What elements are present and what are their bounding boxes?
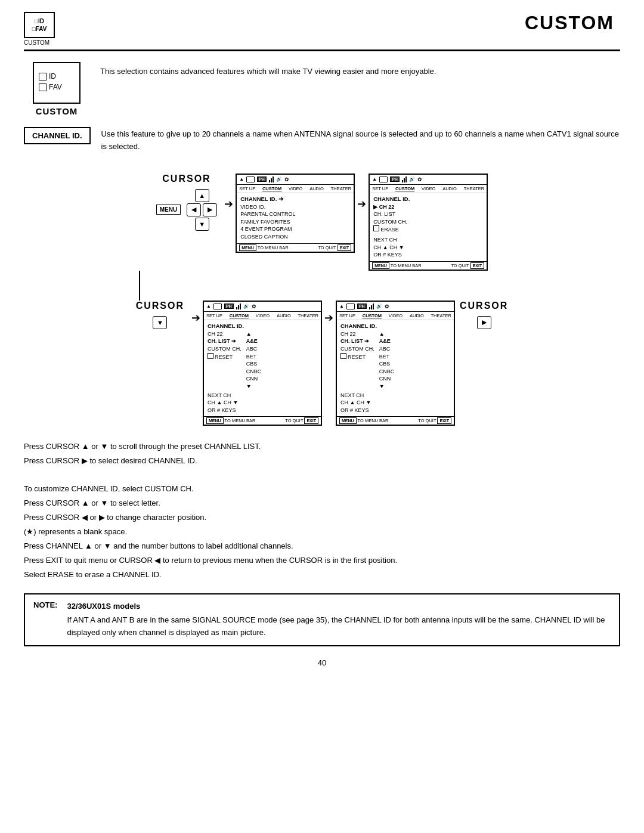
screen-3-list-down: ▼	[246, 383, 262, 391]
cursor-down-1[interactable]: ▼	[195, 218, 209, 231]
footer-menu-3: MENU TO MENU BAR	[206, 418, 256, 423]
instructions: Press CURSOR ▲ or ▼ to scroll through th…	[24, 440, 620, 581]
logo-box: □ID □FAV	[24, 12, 55, 38]
instruction-3: To customize CHANNEL ID, select CUSTOM C…	[24, 482, 620, 496]
cursor-label-1: CURSOR	[162, 174, 210, 184]
speaker-icon-1: 🔊	[276, 176, 282, 182]
screen-3-ch22: CH 22	[208, 330, 242, 338]
screen-4-customch: CUSTOM CH.	[340, 345, 374, 353]
tv-icon-2	[379, 176, 388, 182]
speaker-icon-4: 🔊	[376, 304, 382, 309]
cursor-down-2[interactable]: ▼	[153, 316, 167, 329]
screen-2-nav: CH ▲ CH ▼	[373, 244, 483, 252]
screen-3-nextch: NEXT CH	[208, 392, 317, 400]
star-icon-4: ✿	[385, 304, 389, 309]
screen-4-list-down: ▼	[379, 383, 395, 391]
header: □ID □FAV CUSTOM CUSTOM	[24, 12, 620, 51]
screen-1-title: CHANNEL ID. ➔	[240, 196, 350, 202]
screen-3-customch: CUSTOM CH.	[208, 345, 242, 353]
instruction-8: Press EXIT to quit menu or CURSOR ◀ to r…	[24, 554, 620, 567]
screen-4-keys: OR # KEYS	[340, 407, 450, 414]
screen-1-topbar: ▲ PH 🔊 ✿	[237, 175, 354, 185]
checkbox-id	[39, 73, 47, 80]
screen-4-cnn: CNN	[379, 375, 395, 383]
tab-audio-1: AUDIO	[309, 186, 324, 191]
screen-3-footer: MENU TO MENU BAR TO QUIT EXIT	[204, 416, 321, 425]
tab-theater-3: THEATER	[298, 313, 318, 318]
up-arrow-icon-1: ▲	[239, 176, 244, 182]
footer-quit-4: TO QUIT EXIT	[418, 418, 451, 423]
tab-audio-3: AUDIO	[277, 313, 291, 318]
checkbox-fav	[39, 83, 47, 91]
diagram-row-2: CURSOR ▼ ➔ ▲ PH 🔊 ✿	[24, 301, 620, 426]
tv-icon-1	[246, 176, 255, 182]
bar-chart-icon-3	[236, 304, 241, 309]
note-model: 32/36UX01S models	[67, 600, 611, 613]
star-icon-3: ✿	[252, 304, 256, 309]
channel-id-section: CHANNEL ID. Use this feature to give up …	[24, 127, 620, 153]
cursor-right-3[interactable]: ▶	[477, 316, 491, 329]
logo-line1: □ID	[35, 17, 44, 25]
custom-icon-block: ID FAV CUSTOM	[24, 62, 89, 116]
instruction-2: Press CURSOR ▶ to select desired CHANNEL…	[24, 454, 620, 467]
id-label: ID	[49, 72, 56, 80]
instruction-6: (★) represents a blank space.	[24, 525, 620, 538]
arrow-connector-3: ➔	[191, 311, 200, 324]
prv-icon-4: PH	[357, 304, 367, 309]
screen-4-footer: MENU TO MENU BAR TO QUIT EXIT	[337, 416, 454, 425]
star-icon-2: ✿	[417, 176, 422, 182]
arrow-connector-1: ➔	[224, 197, 233, 210]
screen-1-tabs: SET UP CUSTOM VIDEO AUDIO THEATER	[237, 185, 354, 193]
vert-connector-1	[134, 271, 620, 301]
instruction-7: Press CHANNEL ▲ or ▼ and the number butt…	[24, 540, 620, 553]
cursor-block-3: CURSOR ▶	[460, 301, 508, 329]
prv-icon-2: PH	[390, 176, 400, 182]
cursor-block-1: CURSOR MENU ▲ ◀ ▶ ▼	[156, 174, 217, 231]
tab-theater-2: THEATER	[464, 186, 484, 191]
screen-4: ▲ PH 🔊 ✿ SET UP CUSTOM VIDEO AUDIO THEAT…	[336, 301, 455, 426]
tab-custom-1: CUSTOM	[262, 186, 281, 191]
tab-setup-1: SET UP	[239, 186, 255, 191]
bar-chart-icon-1	[269, 176, 274, 182]
screen-4-ae: A&E	[379, 337, 395, 345]
tab-video-2: VIDEO	[422, 186, 435, 191]
screen-4-chlist: CH. LIST ➔	[340, 337, 374, 345]
cursor-left-1[interactable]: ◀	[187, 203, 201, 216]
screen-4-content: CHANNEL ID. CH 22 CH. LIST ➔ CUSTOM CH. …	[337, 320, 454, 417]
check-row-fav: FAV	[39, 83, 62, 91]
bar-chart-icon-4	[369, 304, 374, 309]
screen-2-chlist: CH. LIST	[373, 210, 483, 218]
screen-4-list-up: ▲	[379, 330, 395, 338]
tab-theater-4: THEATER	[431, 313, 451, 318]
screen-3: ▲ PH 🔊 ✿ SET UP CUSTOM VIDEO AUDIO THEAT…	[203, 301, 322, 426]
instruction-4: Press CURSOR ▲ or ▼ to select letter.	[24, 497, 620, 510]
page: □ID □FAV CUSTOM CUSTOM ID FAV CUSTOM Thi…	[0, 0, 644, 691]
star-icon-1: ✿	[284, 176, 289, 182]
screen-3-abc: ABC	[246, 345, 262, 353]
screen-3-cnn: CNN	[246, 375, 262, 383]
page-number: 40	[24, 658, 620, 667]
screen-2-erase: ERASE	[373, 225, 483, 234]
note-content: 32/36UX01S models If ANT A and ANT B are…	[67, 600, 611, 639]
screen-2-topbar: ▲ PH 🔊 ✿	[370, 175, 487, 185]
screen-4-cnbc: CNBC	[379, 368, 395, 376]
cursor-block-2: CURSOR ▼	[136, 301, 184, 329]
screen-3-ae: A&E	[246, 337, 262, 345]
cursor-label-2: CURSOR	[136, 301, 184, 311]
screen-3-chlist: CH. LIST ➔	[208, 337, 242, 345]
screen-2-content: CHANNEL ID. ▶ CH 22 CH. LIST CUSTOM CH. …	[370, 193, 487, 261]
cursor-up-1[interactable]: ▲	[195, 189, 209, 202]
cursor-right-1[interactable]: ▶	[203, 203, 217, 216]
channel-id-text: Use this feature to give up to 20 channe…	[101, 127, 620, 153]
arrow-connector-2: ➔	[357, 197, 366, 210]
speaker-icon-3: 🔊	[243, 304, 249, 309]
prv-icon-1: PH	[257, 176, 267, 182]
screen-3-bet: BET	[246, 353, 262, 361]
screen-2-customch: CUSTOM CH.	[373, 218, 483, 226]
bar-chart-icon-2	[402, 176, 407, 182]
screen-4-tabs: SET UP CUSTOM VIDEO AUDIO THEATER	[337, 312, 454, 320]
footer-quit-1: TO QUIT EXIT	[318, 245, 351, 250]
screen-1-caption: CLOSED CAPTION	[240, 233, 350, 241]
screen-3-tabs: SET UP CUSTOM VIDEO AUDIO THEATER	[204, 312, 321, 320]
note-box: NOTE: 32/36UX01S models If ANT A and ANT…	[24, 593, 620, 646]
